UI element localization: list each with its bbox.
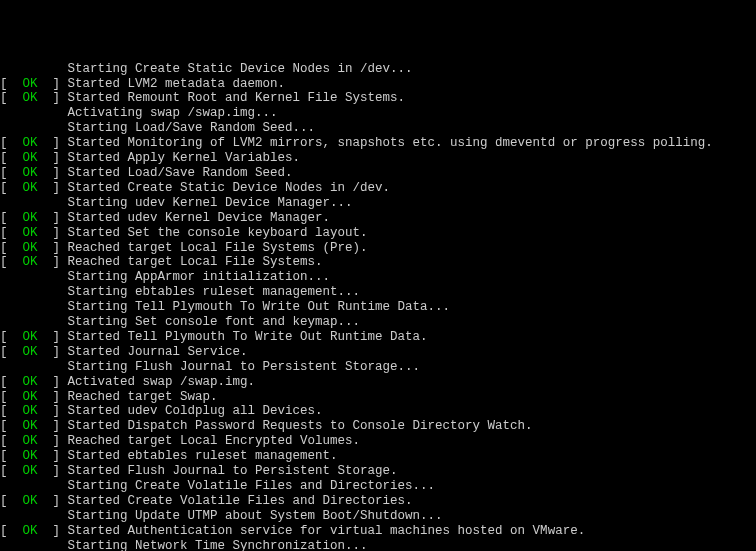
boot-line: Starting Tell Plymouth To Write Out Runt… xyxy=(0,300,756,315)
status-ok: OK xyxy=(23,464,38,478)
boot-message: Starting Create Volatile Files and Direc… xyxy=(68,479,436,493)
boot-message: Starting AppArmor initialization... xyxy=(68,270,331,284)
boot-line: [ OK ] Started udev Kernel Device Manage… xyxy=(0,211,756,226)
status-bracket-close: ] xyxy=(38,464,68,478)
status-bracket-open: [ xyxy=(0,166,23,180)
boot-message: Started ebtables ruleset management. xyxy=(68,449,338,463)
status-ok: OK xyxy=(23,136,38,150)
status-bracket-open: [ xyxy=(0,91,23,105)
boot-line: [ OK ] Started LVM2 metadata daemon. xyxy=(0,77,756,92)
status-ok: OK xyxy=(23,375,38,389)
boot-line: [ OK ] Reached target Local File Systems… xyxy=(0,241,756,256)
status-bracket-open: [ xyxy=(0,345,23,359)
status-bracket-open: [ xyxy=(0,434,23,448)
boot-message: Starting Update UTMP about System Boot/S… xyxy=(68,509,443,523)
boot-line: Starting Create Volatile Files and Direc… xyxy=(0,479,756,494)
boot-line: [ OK ] Started Dispatch Password Request… xyxy=(0,419,756,434)
boot-line: [ OK ] Started Monitoring of LVM2 mirror… xyxy=(0,136,756,151)
status-bracket-open: [ xyxy=(0,494,23,508)
boot-message: Reached target Local File Systems (Pre). xyxy=(68,241,368,255)
boot-line: Starting Load/Save Random Seed... xyxy=(0,121,756,136)
status-bracket-close: ] xyxy=(38,494,68,508)
boot-message: Started Monitoring of LVM2 mirrors, snap… xyxy=(68,136,713,150)
boot-message: Started Set the console keyboard layout. xyxy=(68,226,368,240)
status-bracket-close: ] xyxy=(38,449,68,463)
indent xyxy=(0,270,68,284)
boot-message: Started Remount Root and Kernel File Sys… xyxy=(68,91,406,105)
boot-message: Starting Tell Plymouth To Write Out Runt… xyxy=(68,300,451,314)
status-ok: OK xyxy=(23,330,38,344)
boot-line: Starting AppArmor initialization... xyxy=(0,270,756,285)
status-bracket-open: [ xyxy=(0,419,23,433)
boot-line: [ OK ] Started Apply Kernel Variables. xyxy=(0,151,756,166)
status-bracket-close: ] xyxy=(38,77,68,91)
status-ok: OK xyxy=(23,434,38,448)
indent xyxy=(0,62,68,76)
boot-message: Started LVM2 metadata daemon. xyxy=(68,77,286,91)
boot-line: [ OK ] Reached target Swap. xyxy=(0,390,756,405)
status-ok: OK xyxy=(23,166,38,180)
status-bracket-open: [ xyxy=(0,226,23,240)
indent xyxy=(0,196,68,210)
status-bracket-open: [ xyxy=(0,136,23,150)
indent xyxy=(0,539,68,551)
status-ok: OK xyxy=(23,404,38,418)
status-ok: OK xyxy=(23,449,38,463)
boot-message: Starting Create Static Device Nodes in /… xyxy=(68,62,413,76)
status-bracket-close: ] xyxy=(38,166,68,180)
boot-message: Starting ebtables ruleset management... xyxy=(68,285,361,299)
boot-message: Started Flush Journal to Persistent Stor… xyxy=(68,464,398,478)
boot-line: [ OK ] Reached target Local Encrypted Vo… xyxy=(0,434,756,449)
boot-message: Started Dispatch Password Requests to Co… xyxy=(68,419,533,433)
boot-message: Starting Load/Save Random Seed... xyxy=(68,121,316,135)
boot-line: Starting Network Time Synchronization... xyxy=(0,539,756,551)
status-bracket-open: [ xyxy=(0,181,23,195)
boot-line: [ OK ] Started Create Volatile Files and… xyxy=(0,494,756,509)
boot-line: Starting udev Kernel Device Manager... xyxy=(0,196,756,211)
boot-line: [ OK ] Activated swap /swap.img. xyxy=(0,375,756,390)
status-ok: OK xyxy=(23,181,38,195)
boot-line: [ OK ] Started Authentication service fo… xyxy=(0,524,756,539)
status-bracket-open: [ xyxy=(0,211,23,225)
status-bracket-open: [ xyxy=(0,464,23,478)
status-bracket-close: ] xyxy=(38,151,68,165)
boot-message: Started Load/Save Random Seed. xyxy=(68,166,293,180)
boot-line: Starting Set console font and keymap... xyxy=(0,315,756,330)
status-bracket-open: [ xyxy=(0,524,23,538)
boot-line: [ OK ] Started Load/Save Random Seed. xyxy=(0,166,756,181)
boot-message: Started udev Coldplug all Devices. xyxy=(68,404,323,418)
boot-message: Started udev Kernel Device Manager. xyxy=(68,211,331,225)
status-bracket-close: ] xyxy=(38,375,68,389)
indent xyxy=(0,509,68,523)
boot-message: Started Journal Service. xyxy=(68,345,248,359)
status-ok: OK xyxy=(23,91,38,105)
status-ok: OK xyxy=(23,345,38,359)
indent xyxy=(0,360,68,374)
boot-message: Started Tell Plymouth To Write Out Runti… xyxy=(68,330,428,344)
boot-line: Activating swap /swap.img... xyxy=(0,106,756,121)
boot-message: Starting udev Kernel Device Manager... xyxy=(68,196,353,210)
boot-message: Started Create Volatile Files and Direct… xyxy=(68,494,413,508)
boot-line: Starting Flush Journal to Persistent Sto… xyxy=(0,360,756,375)
boot-message: Activating swap /swap.img... xyxy=(68,106,278,120)
boot-message: Started Create Static Device Nodes in /d… xyxy=(68,181,391,195)
status-bracket-open: [ xyxy=(0,241,23,255)
boot-line: [ OK ] Started Create Static Device Node… xyxy=(0,181,756,196)
boot-line: [ OK ] Started Set the console keyboard … xyxy=(0,226,756,241)
boot-line: [ OK ] Reached target Local File Systems… xyxy=(0,255,756,270)
status-ok: OK xyxy=(23,241,38,255)
status-bracket-close: ] xyxy=(38,91,68,105)
status-bracket-open: [ xyxy=(0,330,23,344)
status-bracket-close: ] xyxy=(38,181,68,195)
status-bracket-open: [ xyxy=(0,375,23,389)
boot-message: Reached target Local File Systems. xyxy=(68,255,323,269)
status-bracket-close: ] xyxy=(38,404,68,418)
boot-line: Starting Update UTMP about System Boot/S… xyxy=(0,509,756,524)
status-bracket-open: [ xyxy=(0,449,23,463)
status-bracket-close: ] xyxy=(38,255,68,269)
status-ok: OK xyxy=(23,419,38,433)
boot-message: Reached target Local Encrypted Volumes. xyxy=(68,434,361,448)
status-bracket-open: [ xyxy=(0,390,23,404)
status-bracket-close: ] xyxy=(38,524,68,538)
boot-message: Activated swap /swap.img. xyxy=(68,375,256,389)
